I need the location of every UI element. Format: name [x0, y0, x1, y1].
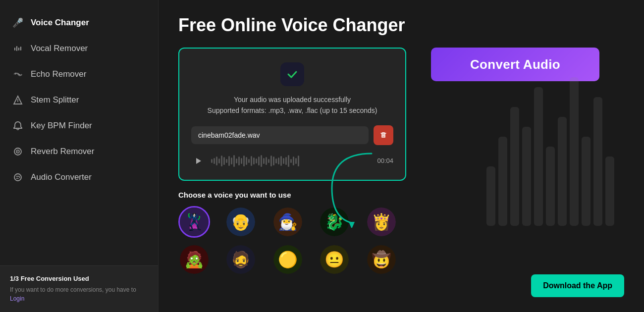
waveform-bar [263, 158, 265, 164]
waveform-bar [226, 159, 227, 163]
waveform-bar [273, 156, 274, 165]
waveform-bar [218, 158, 220, 163]
sidebar-conversion-info: 1/3 Free Conversion Used If you want to … [0, 265, 158, 312]
voice-avatar-6[interactable]: 🧟 [178, 244, 210, 275]
voice-grid: 🦹‍♀️👴🧙‍♂️🐉👸🧟🧔🟡😐🤠 [178, 206, 406, 275]
voice-avatar-8[interactable]: 🟡 [272, 244, 304, 275]
voice-avatar-7[interactable]: 🧔 [225, 244, 257, 275]
bg-waveform-bar [570, 77, 579, 226]
sidebar-item-vocal-remover[interactable]: Vocal Remover [0, 36, 158, 61]
login-link[interactable]: Login [10, 295, 24, 302]
waveform-bar [228, 156, 230, 166]
voice-avatar-emoji: 🟡 [273, 245, 302, 274]
upload-box: Your audio was uploaded successfully Sup… [178, 48, 406, 181]
success-icon [280, 62, 304, 86]
voice-avatar-emoji: 👴 [226, 208, 255, 236]
bg-waveform-bar [522, 127, 531, 226]
sidebar-item-voice-changer[interactable]: 🎤 Voice Changer [0, 10, 158, 36]
waveform-bar [238, 156, 240, 165]
svg-point-8 [17, 151, 18, 152]
waveform-bar [243, 156, 245, 166]
sidebar-item-label: Key BPM Finder [31, 121, 92, 131]
waveform-bar [214, 158, 215, 164]
waveform-bar [246, 157, 247, 165]
sidebar: 🎤 Voice Changer Vocal Remover Echo Remov… [0, 0, 159, 312]
waveform-bar [268, 159, 269, 163]
file-row: cinebam02fade.wav [191, 125, 393, 145]
waveform-bar [295, 158, 297, 164]
echo-icon [12, 68, 24, 80]
page-title: Free Online Voice Changer [178, 15, 624, 36]
voice-avatar-1[interactable]: 🦹‍♀️ [178, 206, 210, 238]
voice-avatar-emoji: 👸 [367, 208, 396, 236]
voice-avatar-10[interactable]: 🤠 [366, 244, 397, 275]
waveform-bar [278, 157, 279, 164]
vocal-icon [12, 43, 24, 54]
waveform-bar [261, 155, 262, 167]
waveform-bar [251, 156, 252, 166]
waveform-bar [275, 158, 277, 163]
voice-avatar-emoji: 🧟 [180, 245, 209, 274]
waveform-bar [231, 157, 232, 164]
waveform-bar [223, 157, 225, 165]
svg-rect-2 [18, 48, 19, 51]
voice-avatar-emoji: 🤠 [367, 245, 396, 274]
sidebar-item-label: Audio Converter [31, 172, 92, 182]
bg-waveform-bar [486, 166, 495, 226]
bg-waveform-bar [510, 107, 519, 226]
right-panel: Convert Audio [426, 48, 604, 81]
sidebar-item-key-bpm-finder[interactable]: Key BPM Finder [0, 113, 158, 139]
bell-icon [12, 120, 24, 132]
waveform-bar [236, 158, 237, 163]
sidebar-item-reverb-remover[interactable]: Reverb Remover [0, 139, 158, 164]
waveform-bar [298, 156, 299, 166]
waveform-bar [288, 155, 289, 167]
voice-avatar-emoji: 😐 [320, 245, 349, 274]
audio-player: 00:04 [191, 154, 393, 168]
bg-waveform-bar [593, 97, 602, 226]
conversion-description: If you want to do more conversions, you … [10, 285, 148, 303]
voice-avatar-emoji: 🐉 [320, 208, 349, 236]
voice-section-label: Choose a voice you want to use [178, 191, 406, 199]
waveform-bar [253, 157, 255, 164]
decorative-waveform [486, 77, 614, 226]
delete-file-button[interactable] [374, 125, 393, 145]
bg-waveform-bar [498, 137, 507, 226]
bg-waveform-bar [605, 156, 614, 226]
sidebar-item-label: Reverb Remover [31, 147, 95, 156]
converter-icon [12, 171, 24, 183]
sidebar-item-stem-splitter[interactable]: Stem Splitter [0, 87, 158, 113]
voice-avatar-3[interactable]: 🧙‍♂️ [272, 206, 304, 238]
upload-success-text: Your audio was uploaded successfully Sup… [191, 94, 393, 116]
left-panel: Your audio was uploaded successfully Sup… [178, 48, 406, 275]
sidebar-item-audio-converter[interactable]: Audio Converter [0, 164, 158, 190]
download-app-button[interactable]: Download the App [531, 274, 624, 297]
stem-icon [12, 94, 24, 106]
voice-avatar-emoji: 🧔 [226, 245, 255, 274]
waveform-bar [290, 159, 292, 163]
voice-avatar-2[interactable]: 👴 [225, 206, 257, 238]
waveform-display [211, 154, 371, 168]
sidebar-item-label: Vocal Remover [31, 44, 88, 53]
svg-rect-0 [14, 48, 15, 51]
voice-avatar-9[interactable]: 😐 [319, 244, 350, 275]
waveform-bar [280, 156, 282, 166]
conversion-title: 1/3 Free Conversion Used [10, 275, 148, 282]
waveform-bar [283, 158, 284, 164]
sidebar-item-label: Stem Splitter [31, 95, 79, 105]
waveform-bar [293, 156, 294, 165]
waveform-bar [285, 157, 287, 165]
voice-avatar-5[interactable]: 👸 [366, 206, 397, 238]
convert-audio-button[interactable]: Convert Audio [431, 48, 599, 81]
waveform-bar [266, 157, 267, 165]
waveform-bar [216, 156, 217, 165]
voice-avatar-4[interactable]: 🐉 [319, 206, 350, 238]
svg-rect-3 [20, 47, 21, 51]
svg-marker-10 [196, 158, 201, 164]
sidebar-item-label: Voice Changer [31, 18, 89, 28]
svg-rect-1 [16, 46, 17, 51]
play-button[interactable] [191, 154, 205, 168]
waveform-bar [241, 158, 242, 164]
sidebar-item-echo-remover[interactable]: Echo Remover [0, 61, 158, 87]
bg-waveform-bar [582, 137, 590, 226]
